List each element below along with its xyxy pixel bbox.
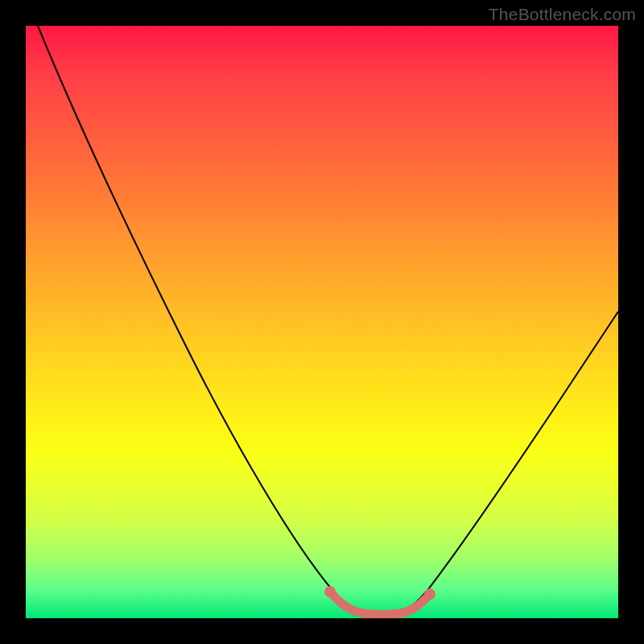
optimal-marker-dot-left [324,586,336,597]
curve-svg [26,26,618,618]
optimal-zone-marker [330,592,430,615]
chart-container: TheBottleneck.com [0,0,644,644]
plot-area [26,26,618,618]
watermark-text: TheBottleneck.com [489,5,636,24]
bottleneck-curve [38,26,618,614]
optimal-marker-dot-right [424,588,436,600]
